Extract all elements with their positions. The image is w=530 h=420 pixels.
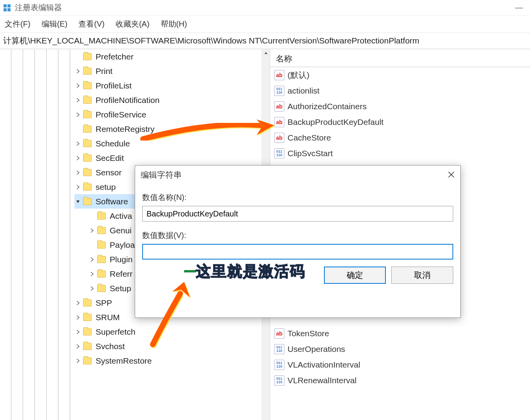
value-row[interactable]: abAuthorizedContainers [270, 99, 530, 114]
value-row[interactable]: 011 110VLRenewalInterval [270, 373, 530, 388]
tree-item[interactable]: ProfileService [74, 107, 270, 122]
chevron-right-icon[interactable] [89, 270, 96, 278]
minimize-button[interactable]: — [511, 3, 527, 12]
folder-icon [83, 126, 92, 133]
value-name: actionlist [288, 86, 320, 96]
chevron-right-icon[interactable] [89, 285, 96, 292]
folder-icon [83, 68, 92, 75]
folder-icon [83, 357, 92, 364]
svg-rect-3 [7, 8, 11, 11]
tree-item-label: Svchost [96, 342, 125, 351]
chevron-right-icon[interactable] [74, 111, 81, 118]
tree-item-label: Setup [110, 284, 131, 293]
menu-help[interactable]: 帮助(H) [161, 19, 187, 29]
address-bar[interactable]: 计算机\HKEY_LOCAL_MACHINE\SOFTWARE\Microsof… [0, 32, 530, 49]
value-name-input[interactable] [142, 206, 453, 222]
value-row[interactable]: abTokenStore [270, 326, 530, 341]
value-row[interactable]: ab(默认) [270, 67, 530, 83]
folder-icon [97, 270, 106, 278]
folder-icon [97, 285, 106, 292]
binary-value-icon: 011 110 [274, 344, 284, 354]
chevron-right-icon[interactable] [74, 140, 81, 147]
menu-file[interactable]: 文件(F) [5, 19, 31, 29]
dialog-close-button[interactable] [448, 169, 455, 180]
ok-button[interactable]: 确定 [324, 267, 386, 284]
tree-item[interactable]: Print [74, 64, 270, 78]
tree-item[interactable]: ProfileNotification [74, 93, 270, 107]
value-row[interactable]: 011 110actionlist [270, 83, 530, 99]
folder-icon [97, 242, 106, 249]
chevron-right-icon[interactable] [74, 314, 81, 321]
folder-icon [83, 169, 92, 176]
folder-icon [97, 256, 106, 263]
value-name-label: 数值名称(N): [142, 192, 453, 203]
chevron-right-icon[interactable] [74, 357, 81, 364]
chevron-right-icon[interactable] [74, 299, 81, 306]
string-value-icon: ab [274, 328, 284, 339]
value-name: VLActivationInterval [288, 360, 360, 370]
chevron-right-icon[interactable] [89, 256, 96, 263]
tree-item-label: Payloa [110, 240, 135, 250]
chevron-right-icon[interactable] [74, 155, 81, 162]
chevron-down-icon[interactable] [74, 198, 81, 205]
chevron-right-icon[interactable] [74, 184, 81, 191]
chevron-right-icon[interactable] [74, 82, 81, 89]
folder-icon [83, 82, 92, 89]
tree-item-label: ProfileList [96, 81, 132, 90]
chevron-right-icon[interactable] [74, 169, 81, 176]
tree-item-label: RemoteRegistry [96, 124, 155, 134]
menu-view[interactable]: 查看(V) [78, 19, 105, 29]
chevron-right-icon[interactable] [74, 68, 81, 75]
value-row[interactable]: abBackupProductKeyDefault [270, 114, 530, 130]
value-row[interactable]: 011 110UserOperations [270, 341, 530, 357]
value-data-input[interactable] [142, 244, 453, 260]
folder-icon [83, 328, 92, 335]
annotation-dash [184, 270, 196, 272]
tree-item[interactable]: SystemRestore [74, 353, 270, 368]
tree-item-label: Superfetch [96, 327, 136, 337]
tree-item-label: Referr [110, 269, 132, 279]
folder-icon [83, 111, 92, 118]
value-name: ClipSvcStart [288, 149, 333, 158]
tree-item[interactable]: Superfetch [74, 324, 270, 339]
tree-item-label: setup [96, 182, 116, 192]
tree-item-label: SPP [96, 298, 112, 308]
chevron-right-icon[interactable] [74, 97, 81, 104]
value-name: BackupProductKeyDefault [288, 117, 383, 127]
menu-edit[interactable]: 编辑(E) [42, 19, 68, 29]
chevron-right-icon[interactable] [74, 328, 81, 335]
tree-item[interactable]: ProfileList [74, 78, 270, 93]
chevron-right-icon[interactable] [89, 227, 96, 234]
folder-icon [83, 53, 92, 60]
value-name: TokenStore [288, 329, 329, 338]
tree-item[interactable]: RemoteRegistry [74, 122, 270, 136]
menu-favorites[interactable]: 收藏夹(A) [116, 19, 150, 29]
folder-icon [83, 140, 92, 147]
scroll-up-icon[interactable] [262, 49, 270, 57]
binary-value-icon: 011 110 [274, 375, 284, 386]
values-header-name[interactable]: 名称 [270, 51, 530, 67]
tree-item-label: Genui [110, 226, 132, 235]
binary-value-icon: 011 110 [274, 148, 284, 159]
edit-string-dialog: 编辑字符串 数值名称(N): 数值数据(V): 确定 取消 [135, 165, 461, 318]
folder-icon [97, 213, 106, 220]
tree-item[interactable]: Schedule [74, 136, 270, 151]
tree-item-label: Activa [110, 211, 132, 221]
value-row[interactable]: abCacheStore [270, 130, 530, 146]
folder-icon [83, 97, 92, 104]
value-name: CacheStore [288, 133, 331, 142]
value-row[interactable]: 011 110ClipSvcStart [270, 146, 530, 161]
value-name: UserOperations [288, 344, 345, 354]
folder-icon [83, 198, 92, 205]
tree-item[interactable]: Svchost [74, 339, 270, 353]
folder-icon [97, 227, 106, 234]
window-title: 注册表编辑器 [15, 2, 62, 13]
tree-item-label: Schedule [96, 139, 130, 148]
cancel-button[interactable]: 取消 [391, 267, 453, 284]
value-row[interactable]: 011 110VLActivationInterval [270, 357, 530, 373]
tree-item-label: Print [96, 67, 112, 76]
chevron-right-icon[interactable] [74, 343, 81, 350]
string-value-icon: ab [274, 133, 284, 143]
tree-item[interactable]: Prefetcher [74, 49, 270, 64]
tree-item[interactable]: SecEdit [74, 151, 270, 165]
